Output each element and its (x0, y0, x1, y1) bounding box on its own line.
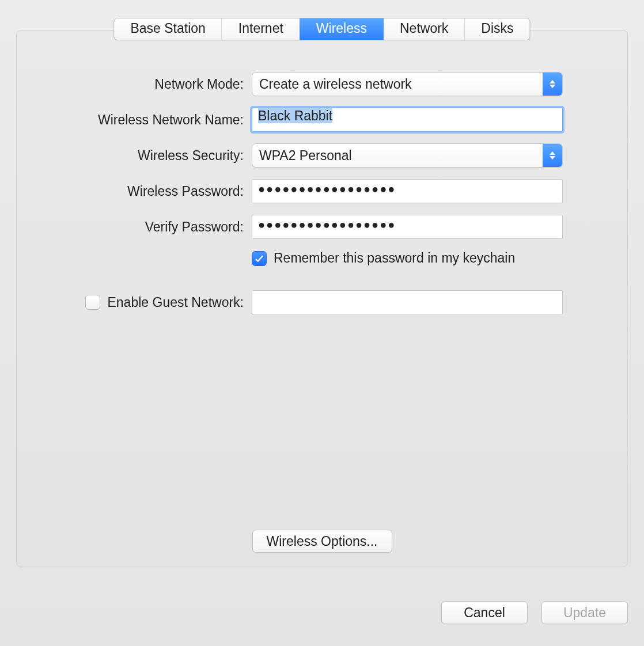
verify-password-mask: ●●●●●●●●●●●●●●●●● (258, 218, 396, 231)
tab-base-station[interactable]: Base Station (114, 18, 222, 40)
network-mode-value: Create a wireless network (259, 77, 412, 92)
network-mode-label: Network Mode: (17, 77, 252, 92)
remember-keychain-checkbox[interactable] (252, 251, 267, 266)
wireless-form: Network Mode: Create a wireless network … (17, 72, 627, 314)
network-name-input[interactable]: Black Rabbit (252, 108, 563, 132)
guest-network-checkbox[interactable] (85, 295, 100, 310)
popup-arrows-icon (543, 73, 562, 96)
password-input[interactable]: ●●●●●●●●●●●●●●●●● (252, 179, 563, 203)
wireless-options-button[interactable]: Wireless Options... (252, 530, 392, 553)
checkmark-icon (88, 297, 98, 307)
settings-tabs: Base Station Internet Wireless Network D… (113, 18, 530, 40)
popup-arrows-icon (543, 144, 562, 167)
dialog-footer: Cancel Update (441, 601, 628, 624)
network-name-value: Black Rabbit (258, 108, 332, 123)
network-name-label: Wireless Network Name: (17, 112, 252, 128)
password-label: Wireless Password: (17, 184, 252, 199)
security-value: WPA2 Personal (259, 148, 352, 164)
tab-internet[interactable]: Internet (222, 18, 300, 40)
network-mode-popup[interactable]: Create a wireless network (252, 72, 563, 96)
password-mask: ●●●●●●●●●●●●●●●●● (258, 183, 396, 195)
security-popup[interactable]: WPA2 Personal (252, 143, 563, 168)
verify-password-input[interactable]: ●●●●●●●●●●●●●●●●● (252, 215, 563, 239)
cancel-button[interactable]: Cancel (441, 601, 528, 624)
airport-utility-wireless-pane: Base Station Internet Wireless Network D… (0, 0, 644, 646)
guest-network-name-input[interactable] (252, 290, 563, 314)
remember-keychain-label: Remember this password in my keychain (274, 250, 515, 266)
tab-disks[interactable]: Disks (465, 18, 529, 40)
security-label: Wireless Security: (17, 148, 252, 164)
checkmark-icon (254, 253, 264, 264)
tab-wireless[interactable]: Wireless (300, 18, 384, 40)
tab-network[interactable]: Network (384, 18, 465, 40)
verify-label: Verify Password: (17, 219, 252, 235)
guest-network-label: Enable Guest Network: (107, 295, 244, 310)
update-button[interactable]: Update (541, 601, 628, 624)
wireless-panel: Network Mode: Create a wireless network … (16, 30, 628, 567)
